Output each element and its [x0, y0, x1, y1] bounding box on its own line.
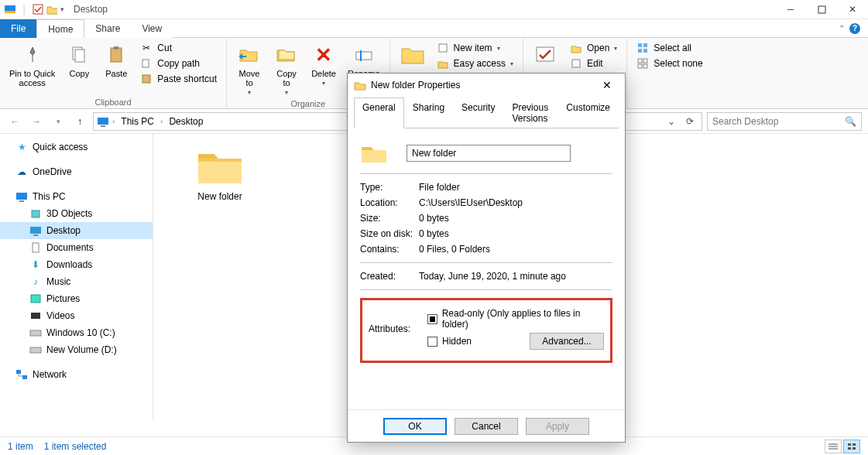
- maximize-button[interactable]: [806, 0, 837, 19]
- tab-view[interactable]: View: [131, 19, 173, 38]
- scissors-icon: ✂: [140, 42, 153, 54]
- dlgtab-customize[interactable]: Customize: [558, 98, 619, 128]
- paste-label: Paste: [105, 69, 127, 78]
- delete-button[interactable]: ✕ Delete ▾: [307, 41, 340, 88]
- cut-button[interactable]: ✂Cut: [137, 41, 220, 55]
- svg-rect-19: [638, 59, 642, 63]
- svg-rect-30: [33, 243, 39, 252]
- file-item-new-folder[interactable]: New folder: [183, 145, 257, 202]
- crumb-desktop[interactable]: Desktop: [166, 116, 206, 127]
- nav-onedrive[interactable]: ☁OneDrive: [0, 163, 153, 180]
- chevron-down-icon: ▾: [285, 89, 288, 96]
- dlgtab-security[interactable]: Security: [453, 98, 503, 128]
- forward-button[interactable]: →: [28, 113, 45, 130]
- up-button[interactable]: ↑: [71, 113, 88, 130]
- svg-rect-32: [31, 313, 40, 319]
- tab-file[interactable]: File: [0, 19, 36, 38]
- nav-pictures[interactable]: Pictures: [0, 290, 153, 307]
- recent-dropdown[interactable]: ▾: [50, 113, 67, 130]
- pictures-icon: [29, 292, 42, 305]
- nav-label: Quick access: [33, 142, 87, 152]
- readonly-checkbox[interactable]: [427, 314, 437, 324]
- nav-downloads[interactable]: ⬇Downloads: [0, 256, 153, 273]
- contains-key: Contains:: [360, 244, 419, 255]
- item-count: 1 item: [8, 441, 33, 452]
- nav-drive-d[interactable]: New Volume (D:): [0, 341, 153, 358]
- address-dropdown-icon[interactable]: ⌄: [663, 116, 680, 127]
- svg-rect-15: [638, 43, 642, 47]
- star-icon: ★: [15, 141, 28, 153]
- select-all-button[interactable]: Select all: [633, 41, 705, 55]
- chevron-down-icon: ▾: [322, 80, 325, 87]
- new-item-button[interactable]: New item ▾: [434, 41, 516, 55]
- collapse-ribbon-icon[interactable]: ⌃: [839, 24, 845, 32]
- apply-button[interactable]: Apply: [526, 418, 589, 435]
- properties-button[interactable]: [530, 41, 562, 69]
- svg-rect-40: [848, 443, 851, 446]
- hidden-checkbox[interactable]: [427, 337, 437, 347]
- copy-path-button[interactable]: Copy path: [137, 56, 220, 70]
- dialog-titlebar[interactable]: New folder Properties ✕: [348, 74, 625, 97]
- nav-network[interactable]: Network: [0, 366, 153, 383]
- new-item-icon: [437, 42, 449, 54]
- chevron-right-icon[interactable]: ›: [112, 117, 115, 125]
- copy-button[interactable]: Copy: [63, 41, 95, 80]
- nav-quick-access[interactable]: ★Quick access: [0, 139, 153, 156]
- minimize-button[interactable]: ─: [775, 0, 806, 19]
- dialog-close-button[interactable]: ✕: [595, 79, 619, 91]
- qat-newfolder-icon[interactable]: [46, 4, 57, 15]
- paste-button[interactable]: Paste: [100, 41, 132, 80]
- open-button[interactable]: Open ▾: [567, 41, 620, 55]
- copy-to-button[interactable]: Copy to ▾: [270, 41, 303, 98]
- navigation-pane[interactable]: ★Quick access ☁OneDrive This PC 3D Objec…: [0, 134, 153, 420]
- titlebar: | ▾ Desktop ─ ✕: [0, 0, 868, 19]
- paste-shortcut-button[interactable]: Paste shortcut: [137, 72, 220, 86]
- help-icon[interactable]: ?: [849, 23, 860, 34]
- contains-value: 0 Files, 0 Folders: [419, 244, 612, 255]
- refresh-icon[interactable]: ⟳: [681, 116, 698, 127]
- pin-to-quick-access-button[interactable]: Pin to Quick access: [6, 41, 58, 89]
- chevron-right-icon[interactable]: ›: [160, 117, 163, 125]
- folder-icon: [29, 207, 42, 220]
- view-details-button[interactable]: [825, 440, 842, 453]
- nav-videos[interactable]: Videos: [0, 307, 153, 324]
- crumb-thispc[interactable]: This PC: [118, 116, 157, 127]
- quick-access-toolbar: | ▾: [0, 4, 69, 15]
- view-icons-button[interactable]: [843, 440, 860, 453]
- location-key: Location:: [360, 197, 419, 208]
- cancel-button[interactable]: Cancel: [455, 418, 518, 435]
- edit-button[interactable]: Edit: [567, 56, 620, 70]
- qat-dropdown-icon[interactable]: ▾: [60, 5, 64, 13]
- dialog-body: Type:File folder Location:C:\Users\IEUse…: [348, 128, 625, 409]
- ok-button[interactable]: OK: [383, 418, 447, 435]
- dlgtab-sharing[interactable]: Sharing: [404, 98, 453, 128]
- pc-icon: [97, 116, 109, 127]
- size-value: 0 bytes: [419, 213, 612, 224]
- back-button[interactable]: ←: [6, 113, 23, 130]
- hidden-label: Hidden: [442, 336, 472, 347]
- tab-home[interactable]: Home: [36, 19, 84, 38]
- move-to-button[interactable]: Move to ▾: [233, 41, 266, 98]
- nav-music[interactable]: ♪Music: [0, 273, 153, 290]
- easy-access-button[interactable]: Easy access ▾: [434, 56, 516, 70]
- dlgtab-general[interactable]: General: [354, 98, 404, 128]
- advanced-button[interactable]: Advanced...: [530, 333, 604, 350]
- qat-properties-icon[interactable]: [33, 4, 43, 15]
- dlgtab-previous-versions[interactable]: Previous Versions: [503, 98, 558, 128]
- svg-rect-21: [638, 64, 642, 68]
- dialog-title: New folder Properties: [371, 80, 460, 91]
- nav-documents[interactable]: Documents: [0, 239, 153, 256]
- search-box[interactable]: Search Desktop 🔍: [707, 112, 862, 131]
- close-button[interactable]: ✕: [837, 0, 868, 19]
- select-none-button[interactable]: Select none: [633, 56, 705, 70]
- folder-name-input[interactable]: [407, 145, 571, 162]
- nav-drive-c[interactable]: Windows 10 (C:): [0, 324, 153, 341]
- new-folder-icon: [400, 43, 425, 67]
- nav-desktop[interactable]: Desktop: [0, 222, 153, 239]
- nav-3d-objects[interactable]: 3D Objects: [0, 205, 153, 222]
- new-folder-button[interactable]: [396, 41, 429, 69]
- nav-thispc[interactable]: This PC: [0, 188, 153, 205]
- nav-label: Pictures: [46, 293, 80, 304]
- tab-share[interactable]: Share: [84, 19, 131, 38]
- svg-rect-33: [30, 330, 41, 336]
